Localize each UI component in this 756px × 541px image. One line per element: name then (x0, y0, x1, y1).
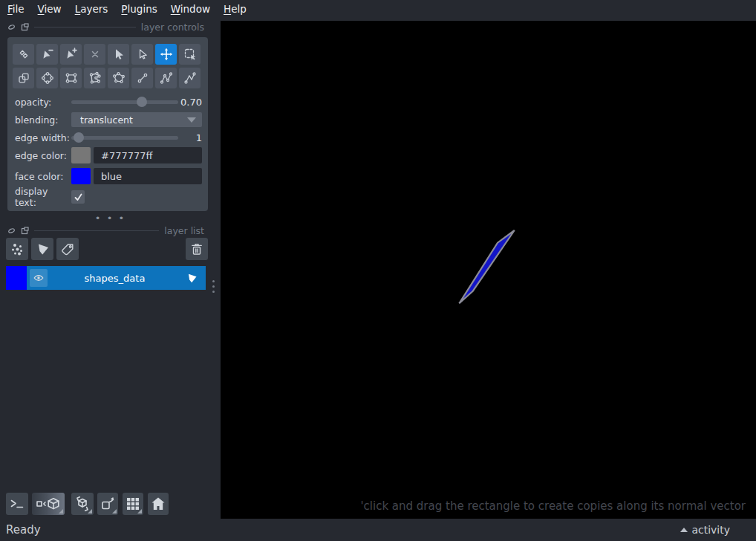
trash-icon (189, 241, 205, 257)
transpose-dimensions-button[interactable] (97, 493, 118, 515)
edge-color-field[interactable]: #777777ff (94, 147, 202, 163)
points-icon (9, 241, 25, 257)
opacity-slider-handle[interactable] (137, 97, 147, 107)
labels-tag-icon (59, 241, 76, 257)
edge-width-slider-track[interactable] (71, 136, 178, 140)
home-button[interactable] (148, 493, 169, 515)
select-shapes-icon[interactable] (108, 44, 129, 65)
opacity-slider-track[interactable] (71, 100, 178, 104)
display-text-label: display text: (15, 186, 71, 208)
new-labels-layer-button[interactable] (56, 238, 79, 260)
new-shapes-layer-button[interactable] (31, 238, 53, 260)
edge-width-label: edge width: (15, 132, 71, 143)
add-path-icon[interactable] (155, 68, 177, 88)
menu-bar: File View Layers Plugins Window Help (0, 0, 756, 18)
edge-color-row: edge color: #777777ff (15, 147, 202, 163)
menu-view[interactable]: View (31, 0, 68, 18)
pan-zoom-icon[interactable] (155, 44, 177, 65)
transpose-icon (99, 495, 117, 513)
add-polyline-icon[interactable] (179, 68, 201, 88)
add-ellipse-icon[interactable] (36, 68, 58, 88)
layer-controls-title: layer controls (141, 22, 204, 33)
checkmark-icon (74, 192, 83, 202)
titlebar-divider (34, 230, 159, 231)
hide-panel-icon[interactable] (7, 23, 16, 31)
display-text-checkbox[interactable] (71, 190, 85, 204)
activity-toggle[interactable]: activity (680, 519, 730, 541)
layer-thumbnail (6, 266, 27, 290)
delete-selected-icon[interactable] (84, 44, 105, 65)
face-color-swatch[interactable] (71, 168, 91, 184)
left-dock-panel: layer controls (0, 18, 221, 519)
status-bar: Ready activity (0, 519, 756, 541)
menu-window[interactable]: Window (164, 0, 217, 18)
console-button[interactable] (6, 493, 28, 515)
edge-color-label: edge color: (15, 150, 71, 161)
new-points-layer-button[interactable] (6, 238, 28, 260)
add-polygon-lasso-icon[interactable] (84, 68, 105, 88)
dock-resize-handle[interactable]: • • • (0, 216, 221, 221)
menu-layers[interactable]: Layers (68, 0, 115, 18)
shapes-layer-render (221, 21, 756, 519)
blue-rectangle-shape[interactable] (459, 230, 514, 303)
edge-width-slider[interactable] (71, 129, 178, 146)
edge-width-value: 1 (178, 132, 202, 143)
canvas-status-text: 'click and drag the rectangle to create … (360, 499, 746, 513)
chevron-down-icon (187, 117, 196, 123)
toggle-2d-3d-button[interactable] (32, 493, 65, 515)
add-line-icon[interactable] (131, 68, 153, 88)
grid-view-button[interactable] (123, 493, 143, 515)
viewer-canvas[interactable]: 'click and drag the rectangle to create … (221, 21, 756, 519)
layer-controls-titlebar: layer controls (7, 21, 204, 33)
select-vertices-icon[interactable] (131, 44, 153, 65)
face-color-label: face color: (15, 171, 71, 182)
layer-visibility-button[interactable] (30, 269, 48, 287)
panel-splitter-handle[interactable] (212, 280, 215, 293)
face-color-row: face color: blue (15, 168, 202, 184)
home-icon (149, 495, 167, 513)
move-front-back-icon[interactable] (13, 68, 34, 88)
edge-width-row: edge width: 1 (15, 129, 202, 146)
shape-tools-row-2 (13, 68, 201, 88)
layer-list-title: layer list (164, 225, 204, 236)
display-text-row: display text: (15, 189, 202, 205)
vertex-insert-icon[interactable] (60, 44, 82, 65)
shapes-icon (34, 241, 50, 257)
face-color-field[interactable]: blue (94, 168, 202, 184)
hide-panel-icon[interactable] (7, 227, 16, 235)
menu-help[interactable]: Help (217, 0, 253, 18)
eye-icon (32, 271, 45, 285)
transform-icon[interactable] (179, 44, 201, 65)
titlebar-divider (34, 27, 136, 27)
menu-plugins[interactable]: Plugins (114, 0, 163, 18)
opacity-label: opacity: (15, 97, 71, 108)
grid-icon (124, 495, 142, 513)
opacity-value: 0.70 (178, 97, 202, 108)
shape-tools-row-1 (13, 44, 201, 65)
blending-row: blending: translucent (15, 111, 202, 128)
opacity-slider[interactable] (71, 94, 178, 110)
roll-dimensions-button[interactable] (71, 493, 94, 515)
blending-label: blending: (15, 114, 71, 126)
vertex-remove-icon[interactable] (36, 44, 58, 65)
napari-window: File View Layers Plugins Window Help lay… (0, 0, 756, 541)
menu-file[interactable]: File (1, 0, 31, 18)
blending-value: translucent (80, 114, 133, 126)
layer-row-shapes-data[interactable]: shapes_data (6, 266, 206, 290)
add-rectangle-icon[interactable] (60, 68, 82, 88)
roll-dims-icon (74, 495, 91, 513)
status-message: Ready (6, 523, 41, 537)
float-panel-icon[interactable] (21, 227, 29, 235)
activity-label: activity (691, 524, 730, 536)
delete-layer-button[interactable] (186, 238, 208, 260)
blending-dropdown[interactable]: translucent (71, 112, 202, 127)
caret-up-icon (680, 528, 688, 532)
edge-color-swatch[interactable] (71, 147, 91, 163)
edge-width-slider-handle[interactable] (74, 132, 84, 143)
link-shapes-icon[interactable] (13, 44, 34, 65)
add-polygon-icon[interactable] (108, 68, 129, 88)
layer-list-titlebar: layer list (7, 224, 204, 236)
layer-controls-panel: opacity: 0.70 blending: translucent edge… (7, 37, 208, 211)
2d-3d-cube-icon (34, 495, 62, 513)
float-panel-icon[interactable] (21, 23, 29, 31)
